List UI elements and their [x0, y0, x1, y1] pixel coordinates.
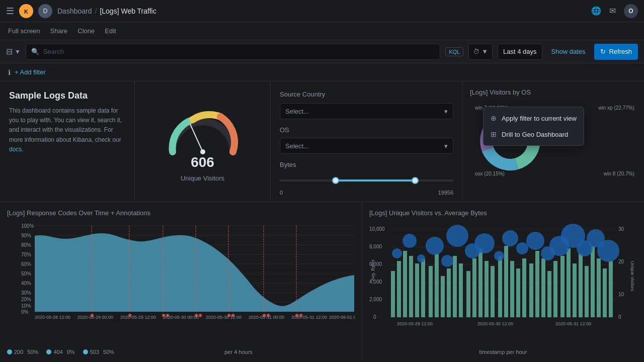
dashboard-avatar: D: [38, 4, 52, 18]
range-track: [280, 179, 453, 182]
svg-rect-88: [541, 258, 545, 317]
gauge-label: Unique Visitors: [181, 174, 224, 182]
dashboard-context-icon: ⊞: [491, 130, 497, 138]
y-right-label: Unique Visitors: [630, 261, 635, 292]
svg-rect-92: [567, 248, 571, 317]
kql-badge[interactable]: KQL: [445, 47, 463, 56]
svg-text:2020-06-01 00:00: 2020-06-01 00:00: [329, 315, 355, 319]
svg-point-109: [502, 230, 518, 246]
user-avatar[interactable]: O: [624, 4, 638, 18]
add-filter-button[interactable]: + Add filter: [15, 68, 46, 76]
svg-text:2,000: 2,000: [369, 297, 382, 302]
svg-point-3: [200, 149, 205, 154]
time-range-selector[interactable]: Last 4 days: [498, 44, 542, 60]
os-label: OS: [280, 126, 453, 134]
svg-text:2020-05-30 12:00: 2020-05-30 12:00: [477, 321, 513, 326]
svg-rect-91: [560, 256, 565, 317]
edit-link[interactable]: Edit: [105, 27, 116, 35]
range-thumb-right[interactable]: [412, 177, 419, 184]
gauge-panel: 606 Unique Visitors: [135, 81, 271, 202]
range-fill: [332, 179, 419, 182]
unique-visitors-title: [Logs] Unique Visitors vs. Average Bytes: [369, 209, 637, 217]
svg-point-104: [441, 255, 453, 267]
top-panels: Sample Logs Data This dashboard contains…: [0, 81, 644, 202]
svg-text:90%: 90%: [21, 233, 31, 238]
unique-visitors-panel: [Logs] Unique Visitors vs. Average Bytes…: [362, 202, 644, 362]
svg-rect-97: [597, 258, 601, 317]
unique-visitors-x-label: timestamp per hour: [369, 347, 637, 357]
svg-text:20%: 20%: [21, 297, 31, 302]
share-link[interactable]: Share: [50, 27, 68, 35]
winxp-label: win xp (22.77%): [598, 105, 634, 111]
apply-filter-menu-item[interactable]: ⊕ Apply filter to current view: [484, 110, 584, 126]
svg-text:2020-05-31 12:00: 2020-05-31 12:00: [291, 315, 327, 319]
svg-rect-87: [535, 251, 539, 317]
svg-text:10: 10: [618, 292, 624, 297]
source-country-select[interactable]: Select... ▾: [280, 103, 453, 119]
breadcrumb-current: [Logs] Web Traffic: [100, 7, 156, 15]
svg-rect-74: [453, 256, 457, 317]
show-dates-button[interactable]: Show dates: [551, 48, 586, 55]
unique-visitors-chart-area: 10,000 8,000 6,000 4,000 2,000 0 30 20 1…: [369, 221, 637, 347]
drill-to-geo-menu-item[interactable]: ⊞ Drill to Geo Dashboard: [484, 126, 584, 142]
clock-icon: ⏱: [473, 48, 479, 55]
sample-logs-text: This dashboard contains sample data for …: [9, 106, 125, 154]
refresh-icon: ↻: [600, 48, 606, 55]
svg-rect-76: [466, 271, 470, 317]
fullscreen-link[interactable]: Full screen: [8, 27, 40, 35]
win8-label: win 8 (20.7%): [604, 171, 634, 176]
filter-icon[interactable]: ⊟: [6, 47, 13, 56]
context-menu: ⊕ Apply filter to current view ⊞ Drill t…: [483, 107, 584, 146]
kibana-logo: K: [19, 4, 33, 18]
breadcrumb-root[interactable]: Dashboard: [57, 7, 92, 15]
svg-point-101: [403, 234, 417, 248]
svg-rect-80: [491, 266, 495, 317]
docs-link[interactable]: docs: [9, 146, 22, 153]
refresh-button[interactable]: ↻ Refresh: [594, 44, 638, 60]
legend-404-dot: [46, 349, 51, 354]
svg-text:2020-05-30 00:00: 2020-05-30 00:00: [163, 315, 199, 319]
svg-point-108: [494, 251, 504, 261]
svg-text:2020-05-30 12:00: 2020-05-30 12:00: [206, 315, 242, 319]
info-icon: ℹ: [8, 68, 11, 76]
time-clock-button[interactable]: ⏱ ▼: [468, 44, 493, 60]
filter-chevron-icon[interactable]: ▼: [15, 48, 21, 55]
legend-503-pct: 50%: [103, 349, 114, 355]
svg-rect-65: [397, 261, 401, 317]
sample-logs-panel: Sample Logs Data This dashboard contains…: [0, 81, 135, 202]
bytes-range-slider[interactable]: [280, 172, 453, 189]
range-labels: 0 19956: [280, 190, 453, 196]
svg-text:K: K: [24, 9, 28, 15]
svg-text:2020-05-29 12:00: 2020-05-29 12:00: [120, 315, 156, 319]
hamburger-icon[interactable]: ☰: [6, 6, 14, 17]
svg-rect-83: [510, 261, 514, 317]
clone-link[interactable]: Clone: [77, 27, 95, 35]
dropdown-chevron-icon: ▾: [444, 108, 448, 115]
svg-rect-82: [504, 246, 508, 317]
apply-filter-label: Apply filter to current view: [502, 115, 577, 122]
svg-text:20: 20: [618, 259, 624, 264]
legend-200-label: 200: [14, 349, 23, 355]
svg-text:2020-05-31 12:00: 2020-05-31 12:00: [555, 321, 591, 326]
svg-text:40%: 40%: [21, 281, 31, 286]
main-content: Sample Logs Data This dashboard contains…: [0, 81, 644, 362]
svg-point-105: [446, 225, 468, 247]
svg-rect-64: [391, 271, 395, 317]
svg-text:2020-05-29 00:00: 2020-05-29 00:00: [77, 315, 113, 319]
svg-point-117: [597, 240, 619, 262]
svg-text:2020-05-28 12:00: 2020-05-28 12:00: [35, 315, 70, 319]
svg-point-111: [526, 232, 544, 250]
mail-icon[interactable]: ✉: [609, 6, 616, 16]
response-codes-panel: [Logs] Response Codes Over Time + Annota…: [0, 202, 362, 362]
unique-visitors-svg: 10,000 8,000 6,000 4,000 2,000 0 30 20 1…: [369, 221, 636, 329]
response-codes-svg: 100% 90% 80% 70% 60% 50% 40% 30% 20% 10%…: [7, 221, 355, 319]
legend-503-label: 503: [90, 349, 99, 355]
os-select[interactable]: Select... ▾: [280, 138, 453, 154]
svg-point-100: [392, 248, 402, 258]
globe-icon[interactable]: 🌐: [591, 6, 601, 16]
drill-geo-label: Drill to Geo Dashboard: [502, 131, 568, 138]
add-filter-row: ℹ + Add filter: [0, 63, 644, 81]
svg-rect-72: [441, 276, 445, 317]
range-thumb-left[interactable]: [332, 177, 339, 184]
search-input[interactable]: 🔍 Search: [26, 44, 440, 60]
